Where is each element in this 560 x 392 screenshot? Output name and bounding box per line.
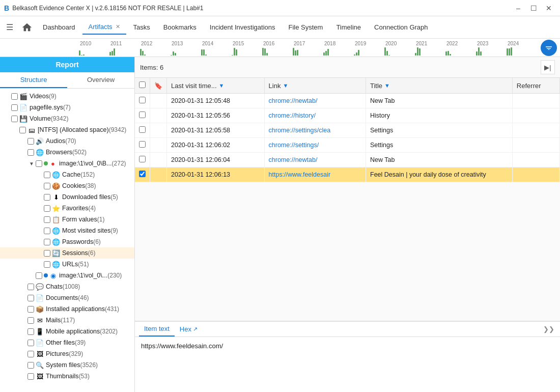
tree-item-installed_apps[interactable]: 📦Installed applications (431)	[0, 303, 134, 315]
table-row[interactable]: 2020-01-31 12:06:02chrome://settings/Set…	[135, 138, 560, 153]
tree-item-thumbnails[interactable]: 🖼Thumbnails (53)	[0, 371, 134, 382]
tree-item-volume[interactable]: 💾Volume (9342)	[0, 113, 134, 124]
table-row[interactable]: 2020-01-31 12:05:56chrome://history/Hist…	[135, 108, 560, 123]
checkbox-chrome_image[interactable]	[36, 160, 42, 167]
col-link[interactable]: Link ▼	[264, 78, 366, 94]
checkbox-system_files[interactable]	[27, 362, 34, 369]
detail-tab-item-text[interactable]: Item text	[139, 322, 175, 337]
table-row[interactable]: 2020-01-31 12:05:48chrome://newtab/New T…	[135, 94, 560, 108]
tab-timeline[interactable]: Timeline	[330, 20, 367, 34]
tree-item-videos[interactable]: 🎬Videos (9)	[0, 91, 134, 102]
checkbox-videos[interactable]	[11, 93, 18, 100]
checkbox-chats[interactable]	[27, 284, 34, 290]
tree-item-other_files[interactable]: 📄Other files (39)	[0, 337, 134, 348]
tab-artifacts-close[interactable]: ✕	[116, 23, 120, 30]
tab-tasks[interactable]: Tasks	[127, 20, 156, 34]
tree-item-chats[interactable]: 💬Chats (1008)	[0, 281, 134, 292]
nav-end-button[interactable]: ▶|	[541, 60, 555, 74]
row-checkbox-3[interactable]	[139, 126, 146, 133]
row-checkbox-5[interactable]	[139, 156, 146, 162]
tree-item-ntfs[interactable]: 🖴[NTFS] (Allocated space) (9342)	[0, 124, 134, 135]
filter-last-visit-icon[interactable]: ▼	[219, 82, 225, 89]
tree-item-mostvisited[interactable]: 🌐Most visited sites (9)	[0, 225, 134, 236]
hamburger-menu[interactable]: ☰	[2, 20, 17, 35]
home-button[interactable]	[18, 19, 36, 36]
tree-item-sessions[interactable]: 🔄Sessions (6)	[0, 247, 134, 259]
tab-incident-investigations[interactable]: Incident Investigations	[204, 20, 282, 34]
checkbox-audios[interactable]	[27, 138, 34, 145]
bookmark-cell-1	[150, 94, 167, 108]
tree-count-browsers: (502)	[72, 149, 87, 156]
detail-tab-hex[interactable]: Hex ↗	[175, 322, 203, 336]
filter-link-icon[interactable]: ▼	[283, 82, 288, 89]
minimize-button[interactable]: –	[511, 3, 525, 14]
select-all-checkbox[interactable]	[139, 81, 146, 88]
col-referrer[interactable]: Referrer	[512, 78, 559, 94]
table-row[interactable]: 2020-01-31 12:06:04chrome://newtab/New T…	[135, 153, 560, 167]
checkbox-mobile_apps[interactable]	[27, 328, 34, 335]
tree-item-mobile_apps[interactable]: 📱Mobile applications (3202)	[0, 326, 134, 337]
checkbox-ntfs[interactable]	[19, 127, 26, 133]
timeline-chart[interactable]: 2010201120122013201420152016201720182019…	[0, 40, 541, 55]
tab-connection-graph[interactable]: Connection Graph	[368, 20, 434, 34]
tree-item-formvalues[interactable]: 📋Form values (1)	[0, 214, 134, 225]
tree-item-cookies[interactable]: 🍪Cookies (38)	[0, 180, 134, 191]
tree-count-downloaded: (5)	[110, 193, 118, 201]
checkbox-mails[interactable]	[27, 317, 34, 324]
col-last-visit-time[interactable]: Last visit time... ▼	[167, 78, 265, 94]
row-checkbox-1[interactable]	[139, 97, 146, 103]
checkbox-cache[interactable]	[44, 172, 50, 178]
checkbox-installed_apps[interactable]	[27, 306, 34, 313]
close-button[interactable]: ✕	[542, 3, 556, 14]
checkbox-other_files[interactable]	[27, 340, 34, 346]
tree-item-cache[interactable]: 🌐Cache (152)	[0, 169, 134, 180]
tree-item-pagefile[interactable]: 📄pagefile.sys (7)	[0, 102, 134, 113]
detail-collapse-button[interactable]: ❯❯	[542, 322, 556, 337]
filter-title-icon[interactable]: ▼	[384, 82, 390, 89]
tree-item-edge_image[interactable]: ◉image:\1\vol_0\... (230)	[0, 270, 134, 281]
checkbox-volume[interactable]	[11, 116, 18, 122]
tree-item-system_files[interactable]: 🔍System files (3526)	[0, 359, 134, 371]
row-checkbox-4[interactable]	[139, 141, 146, 148]
tab-structure[interactable]: Structure	[0, 72, 67, 88]
table-row[interactable]: 2020-01-31 12:05:58chrome://settings/cle…	[135, 123, 560, 138]
tree-item-audios[interactable]: 🔊Audios (70)	[0, 135, 134, 147]
tab-artifacts[interactable]: Artifacts ✕	[82, 20, 126, 35]
checkbox-favorites[interactable]	[44, 205, 50, 212]
checkbox-documents[interactable]	[27, 295, 34, 301]
checkbox-urls[interactable]	[44, 261, 50, 268]
tab-file-system[interactable]: File System	[282, 20, 329, 34]
expand-arrow	[37, 239, 43, 245]
tab-bookmarks[interactable]: Bookmarks	[157, 20, 203, 34]
checkbox-mostvisited[interactable]	[44, 228, 50, 234]
timeline-filter-button[interactable]	[541, 40, 557, 56]
tree-item-pictures[interactable]: 🖼Pictures (329)	[0, 348, 134, 359]
tab-dashboard[interactable]: Dashboard	[37, 20, 81, 34]
row-checkbox-6[interactable]	[139, 171, 146, 177]
maximize-button[interactable]: ☐	[526, 3, 541, 14]
checkbox-pictures[interactable]	[27, 351, 34, 357]
row-checkbox-2[interactable]	[139, 111, 146, 118]
checkbox-sessions[interactable]	[44, 250, 50, 257]
tree-item-favorites[interactable]: ⭐Favorites (4)	[0, 203, 134, 214]
tree-item-browsers[interactable]: 🌐Browsers (502)	[0, 147, 134, 158]
checkbox-pagefile[interactable]	[11, 104, 18, 111]
tab-overview[interactable]: Overview	[67, 72, 134, 88]
tree-item-documents[interactable]: 📄Documents (46)	[0, 292, 134, 303]
tree-item-mails[interactable]: ✉Mails (117)	[0, 315, 134, 326]
tree-item-urls[interactable]: 🌐URLs (51)	[0, 259, 134, 270]
tree-label-chrome_image: image:\1\vol_0\B...	[59, 160, 112, 167]
tree-item-chrome_image[interactable]: ▼●image:\1\vol_0\B... (272)	[0, 158, 134, 169]
checkbox-thumbnails[interactable]	[27, 373, 34, 380]
checkbox-downloaded[interactable]	[44, 194, 50, 201]
tree-item-passwords[interactable]: 🌐Passwords (6)	[0, 236, 134, 247]
checkbox-formvalues[interactable]	[44, 216, 50, 223]
report-button[interactable]: Report	[0, 57, 134, 72]
checkbox-edge_image[interactable]	[36, 272, 42, 279]
checkbox-passwords[interactable]	[44, 239, 50, 245]
col-title[interactable]: Title ▼	[366, 78, 513, 94]
checkbox-browsers[interactable]	[27, 149, 34, 156]
table-row[interactable]: 2020-01-31 12:06:13https://www.feeldesai…	[135, 167, 560, 182]
tree-item-downloaded[interactable]: ⬇Downloaded files (5)	[0, 191, 134, 203]
checkbox-cookies[interactable]	[44, 183, 50, 189]
